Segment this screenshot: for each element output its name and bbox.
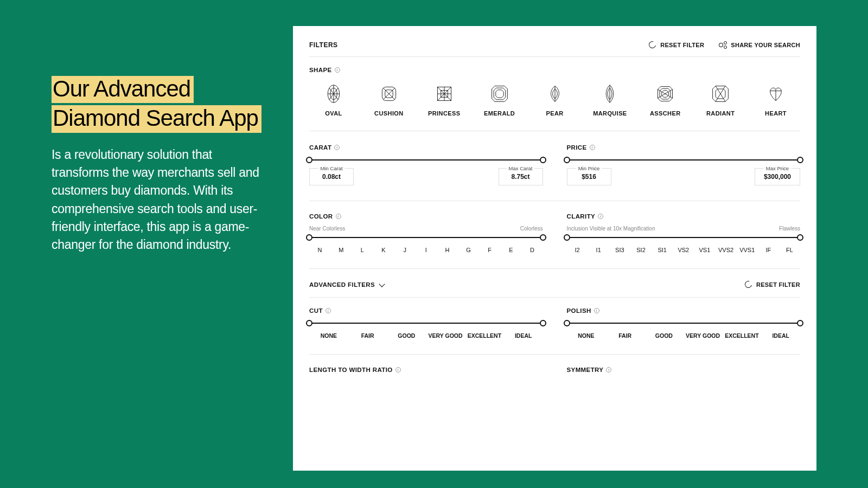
panel-header: FILTERS RESET FILTER SHARE YOUR SEARCH xyxy=(309,41,800,57)
info-icon[interactable] xyxy=(335,67,340,73)
shape-oval[interactable]: OVAL xyxy=(309,84,358,117)
color-filter: COLOR Near Colorless Colorless NMLKJIHGF… xyxy=(309,213,543,253)
promo-body: Is a revolutionary solution that transfo… xyxy=(52,146,269,254)
carat-slider-max-handle[interactable] xyxy=(540,157,546,163)
color-slider[interactable] xyxy=(309,237,543,238)
info-icon[interactable] xyxy=(395,367,401,373)
polish-slider-max-handle[interactable] xyxy=(797,320,803,326)
clarity-filter: CLARITY Inclusion Visible at 10x Magnifi… xyxy=(567,213,801,253)
advanced-filters-toggle[interactable]: ADVANCED FILTERS xyxy=(309,281,385,288)
symmetry-label: SYMMETRY xyxy=(567,367,801,373)
shape-princess[interactable]: PRINCESS xyxy=(420,84,469,117)
color-ticks: NMLKJIHGFED xyxy=(309,247,543,253)
price-slider-min-handle[interactable] xyxy=(564,157,570,163)
share-search-label: SHARE YOUR SEARCH xyxy=(731,42,800,48)
ratio-label: LENGTH TO WIDTH RATIO xyxy=(309,367,543,373)
shape-marquise[interactable]: MARQUISE xyxy=(585,84,634,117)
shape-radiant[interactable]: RADIANT xyxy=(696,84,745,117)
clarity-slider[interactable] xyxy=(567,237,801,238)
info-icon[interactable] xyxy=(336,214,341,219)
info-icon[interactable] xyxy=(326,308,331,313)
clarity-slider-min-handle[interactable] xyxy=(564,234,570,241)
chevron-down-icon xyxy=(379,282,385,287)
info-icon[interactable] xyxy=(594,308,599,313)
carat-max-input[interactable]: Max Carat 8.75ct xyxy=(499,168,543,185)
cut-filter: CUT NONEFAIRGOODVERY GOODEXCELLENTIDEAL xyxy=(309,307,543,339)
carat-slider-min-handle[interactable] xyxy=(306,157,312,163)
polish-slider[interactable] xyxy=(567,323,801,324)
price-slider-max-handle[interactable] xyxy=(797,157,803,163)
polish-ticks: NONEFAIRGOODVERY GOODEXCELLENTIDEAL xyxy=(567,332,801,339)
carat-min-input[interactable]: Min Carat 0.08ct xyxy=(309,168,354,185)
polish-slider-min-handle[interactable] xyxy=(564,320,570,326)
filters-title: FILTERS xyxy=(309,41,338,49)
clarity-slider-max-handle[interactable] xyxy=(797,234,803,241)
cut-slider[interactable] xyxy=(309,323,543,324)
cut-ticks: NONEFAIRGOODVERY GOODEXCELLENTIDEAL xyxy=(309,332,543,339)
cut-slider-min-handle[interactable] xyxy=(306,320,312,326)
promo-copy: Our Advanced Diamond Search App Is a rev… xyxy=(52,76,269,254)
info-icon[interactable] xyxy=(590,145,595,150)
cut-slider-max-handle[interactable] xyxy=(540,320,546,326)
carat-slider[interactable] xyxy=(309,159,543,160)
panel-actions: RESET FILTER SHARE YOUR SEARCH xyxy=(649,41,800,49)
shape-heart[interactable]: HEART xyxy=(751,84,800,117)
promo-heading-line1: Our Advanced xyxy=(52,76,194,103)
color-slider-min-handle[interactable] xyxy=(306,234,312,241)
price-filter: PRICE Min Price $516 Max Price $300,000 xyxy=(567,144,801,185)
share-search-button[interactable]: SHARE YOUR SEARCH xyxy=(719,41,800,49)
price-slider[interactable] xyxy=(567,159,801,160)
reset-filter-button[interactable]: RESET FILTER xyxy=(649,41,704,49)
carat-filter: CARAT Min Carat 0.08ct Max Carat 8.75ct xyxy=(309,144,543,185)
shape-asscher[interactable]: ASSCHER xyxy=(641,84,690,117)
shape-label: SHAPE xyxy=(309,67,800,73)
info-icon[interactable] xyxy=(334,145,340,150)
shape-pear[interactable]: PEAR xyxy=(531,84,579,117)
refresh-icon xyxy=(745,281,752,288)
shape-options: OVAL CUSHION PRINCESS EMERALD PEAR MARQU… xyxy=(309,84,800,131)
clarity-ticks: I2I1SI3SI2SI1VS2VS1VVS2VVS1IFFL xyxy=(567,247,801,253)
share-icon xyxy=(719,41,727,49)
refresh-icon xyxy=(649,41,656,49)
info-icon[interactable] xyxy=(598,214,603,219)
promo-heading-line2: Diamond Search App xyxy=(52,105,261,132)
svg-marker-18 xyxy=(495,90,503,98)
search-panel: FILTERS RESET FILTER SHARE YOUR SEARCH S… xyxy=(293,26,816,471)
price-max-input[interactable]: Max Price $300,000 xyxy=(755,168,800,185)
polish-filter: POLISH NONEFAIRGOODVERY GOODEXCELLENTIDE… xyxy=(567,307,801,339)
info-icon[interactable] xyxy=(606,367,611,373)
shape-emerald[interactable]: EMERALD xyxy=(475,84,524,117)
shape-cushion[interactable]: CUSHION xyxy=(365,84,413,117)
advanced-reset-button[interactable]: RESET FILTER xyxy=(745,281,800,288)
color-slider-max-handle[interactable] xyxy=(540,234,546,241)
promo-heading: Our Advanced Diamond Search App xyxy=(52,76,269,133)
price-min-input[interactable]: Min Price $516 xyxy=(567,168,611,185)
reset-filter-label: RESET FILTER xyxy=(660,42,704,48)
svg-marker-16 xyxy=(492,86,507,102)
